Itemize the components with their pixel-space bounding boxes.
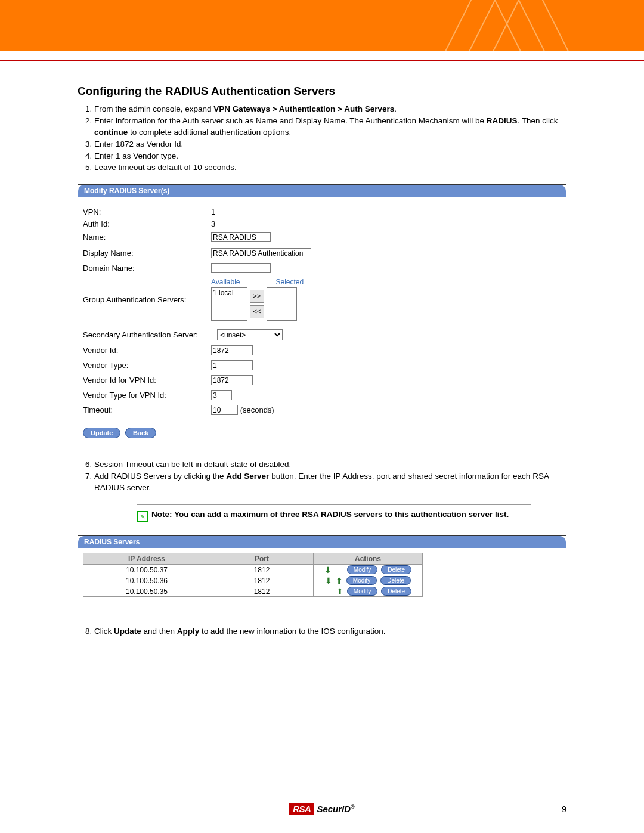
name-input[interactable]: [211, 232, 271, 242]
step-4: Enter 1 as Vendor type.: [94, 151, 566, 162]
move-left-button[interactable]: <<: [250, 305, 264, 318]
label-vendortype: Vendor Type:: [83, 361, 211, 370]
selected-listbox[interactable]: [267, 287, 297, 321]
note-text: Note: You can add a maximum of three RSA…: [151, 510, 509, 519]
secauth-select[interactable]: <unset>: [217, 329, 283, 340]
radius-servers-panel: RADIUS Servers IP Address Port Actions 1…: [78, 535, 566, 615]
step-7: Add RADIUS Servers by clicking the Add S…: [94, 471, 566, 494]
table-row: 10.100.50.37 1812 ⬇ Modify Delete: [83, 565, 423, 575]
label-name: Name:: [83, 233, 211, 241]
modify-button[interactable]: Modify: [347, 587, 377, 596]
delete-button[interactable]: Delete: [381, 587, 411, 596]
label-domainname: Domain Name:: [83, 264, 211, 272]
move-up-icon[interactable]: ⬆: [336, 577, 343, 585]
page-number: 9: [562, 804, 566, 814]
step-1: From the admin console, expand VPN Gatew…: [94, 104, 566, 115]
update-button[interactable]: Update: [83, 428, 120, 438]
modify-button[interactable]: Modify: [347, 565, 377, 574]
label-vendoridvpn: Vendor Id for VPN Id:: [83, 376, 211, 385]
displayname-input[interactable]: [211, 248, 311, 258]
steps-list-1: From the admin console, expand VPN Gatew…: [94, 104, 566, 174]
move-down-icon[interactable]: ⬇: [325, 577, 332, 585]
step-2: Enter information for the Auth server su…: [94, 116, 566, 138]
value-vpn: 1: [211, 208, 215, 216]
move-up-icon[interactable]: ⬆: [336, 587, 343, 596]
timeout-input[interactable]: [211, 405, 238, 415]
th-port: Port: [210, 553, 314, 565]
th-ip: IP Address: [83, 553, 210, 565]
step-5: Leave timeout as default of 10 seconds.: [94, 162, 566, 174]
label-secauth: Secondary Authentication Server:: [83, 330, 217, 339]
label-authid: Auth Id:: [83, 219, 211, 228]
back-button[interactable]: Back: [125, 428, 156, 438]
modify-button[interactable]: Modify: [346, 576, 377, 585]
th-actions: Actions: [314, 553, 423, 565]
value-authid: 3: [211, 219, 215, 228]
available-header: Available: [211, 278, 240, 286]
note-block: ✎ Note: You can add a maximum of three R…: [137, 504, 531, 527]
domainname-input[interactable]: [211, 263, 271, 273]
rsa-logo: RSA SecurID®: [289, 803, 355, 815]
vendortypevpn-input[interactable]: [211, 390, 232, 400]
steps-list-2: Session Timeout can be left in default s…: [94, 459, 566, 494]
label-groupauth: Group Authentication Servers:: [83, 295, 211, 304]
step-3: Enter 1872 as Vendor Id.: [94, 139, 566, 150]
label-vendortypevpn: Vendor Type for VPN Id:: [83, 391, 211, 400]
header-decoration: [405, 0, 620, 51]
label-timeout: Timeout:: [83, 405, 211, 414]
step-8: Click Update and then Apply to add the n…: [94, 626, 566, 637]
footer: RSA SecurID® 9: [0, 803, 644, 815]
section-title: Configuring the RADIUS Authentication Se…: [78, 85, 566, 98]
label-vpn: VPN:: [83, 208, 211, 216]
vendortype-input[interactable]: [211, 360, 253, 370]
move-down-icon[interactable]: ⬇: [324, 566, 332, 574]
note-icon: ✎: [137, 511, 148, 522]
servers-table: IP Address Port Actions 10.100.50.37 181…: [83, 553, 423, 597]
table-row: 10.100.50.35 1812 ⬆ Modify Delete: [83, 586, 423, 597]
delete-button[interactable]: Delete: [381, 565, 411, 574]
step-6: Session Timeout can be left in default s…: [94, 459, 566, 470]
modify-radius-panel: Modify RADIUS Server(s) VPN:1 Auth Id:3 …: [78, 184, 566, 448]
delete-button[interactable]: Delete: [380, 576, 411, 585]
selected-header: Selected: [275, 278, 304, 286]
seconds-label: (seconds): [240, 405, 274, 414]
panel2-title: RADIUS Servers: [78, 536, 566, 548]
label-displayname: Display Name:: [83, 249, 211, 258]
header-banner: [0, 0, 644, 51]
vendorid-input[interactable]: [211, 345, 253, 355]
move-right-button[interactable]: >>: [250, 290, 264, 303]
panel-title: Modify RADIUS Server(s): [78, 185, 566, 197]
table-row: 10.100.50.36 1812 ⬇ ⬆ Modify Delete: [83, 575, 423, 586]
vendoridvpn-input[interactable]: [211, 375, 253, 385]
steps-list-3: Click Update and then Apply to add the n…: [94, 626, 566, 637]
label-vendorid: Vendor Id:: [83, 346, 211, 355]
available-listbox[interactable]: 1 local: [211, 287, 247, 321]
